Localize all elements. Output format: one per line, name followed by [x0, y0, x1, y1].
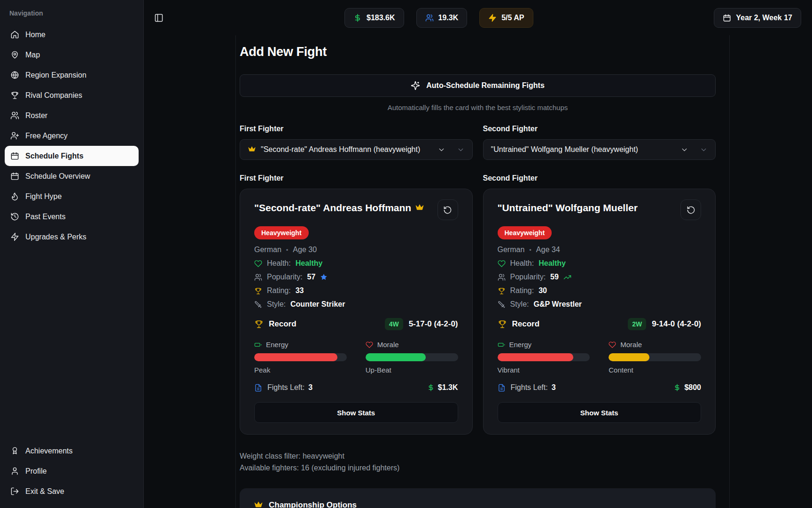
- sidebar-section-label: Navigation: [5, 9, 139, 17]
- championship-header: Championship Options: [254, 500, 702, 508]
- sparkles-icon: [411, 81, 420, 90]
- style-row: Style: G&P Wrestler: [498, 300, 702, 309]
- fighter-age: Age 30: [293, 246, 317, 254]
- battery-icon: [498, 341, 505, 349]
- money-value: $183.6K: [367, 14, 395, 22]
- health-label: Health:: [510, 259, 534, 268]
- content-scroll-area[interactable]: Add New Fight Auto-Schedule Remaining Fi…: [235, 35, 730, 508]
- win-streak-badge: 2W: [628, 318, 646, 330]
- sidebar-item-schedule-overview[interactable]: Schedule Overview: [5, 166, 139, 186]
- award-icon: [10, 446, 19, 455]
- action-points-pill[interactable]: 5/5 AP: [479, 8, 533, 28]
- chevron-down-icon: [700, 146, 708, 154]
- second-fighter-select[interactable]: "Untrained" Wolfgang Mueller (heavyweigh…: [483, 139, 716, 160]
- population-pill[interactable]: 19.3K: [416, 8, 468, 28]
- fighter-name-row: "Second-rate" Andreas Hoffmann: [254, 202, 424, 214]
- filter-info: Weight class filter: heavyweight Availab…: [240, 451, 716, 474]
- fighter-nationality: German: [254, 246, 281, 254]
- fights-left-row: Fights Left: 3 $800: [498, 383, 702, 392]
- sidebar-item-label: Profile: [25, 467, 47, 476]
- win-streak-badge: 4W: [385, 318, 403, 330]
- sidebar-item-region-expansion[interactable]: Region Expansion: [5, 65, 139, 85]
- sidebar-item-label: Roster: [25, 111, 47, 120]
- date-pill[interactable]: Year 2, Week 17: [714, 8, 801, 28]
- energy-state: Peak: [254, 366, 347, 374]
- show-stats-button[interactable]: Show Stats: [254, 402, 458, 423]
- auto-schedule-button[interactable]: Auto-Schedule Remaining Fights: [240, 74, 716, 97]
- reset-fighter-button[interactable]: [437, 199, 458, 220]
- rating-row: Rating: 30: [498, 286, 702, 295]
- health-value: Healthy: [539, 259, 566, 268]
- championship-title: Championship Options: [269, 500, 357, 508]
- record-value: 9-14-0 (4-2-0): [652, 319, 701, 329]
- sidebar-item-fight-hype[interactable]: Fight Hype: [5, 186, 139, 206]
- sidebar-item-label: Past Events: [25, 213, 65, 221]
- first-fighter-selector-label: First Fighter: [240, 125, 473, 133]
- popularity-value: 57: [307, 273, 316, 281]
- rating-row: Rating: 33: [254, 286, 458, 295]
- fighter-name: "Second-rate" Andreas Hoffmann: [254, 202, 411, 213]
- weight-class-filter-text: Weight class filter: heavyweight: [240, 451, 716, 462]
- sidebar-item-map[interactable]: Map: [5, 45, 139, 65]
- chevron-down-icon: [457, 146, 465, 154]
- sidebar-item-label: Home: [25, 31, 46, 39]
- condition-bars: Energy Vibrant Morale Content: [498, 341, 702, 374]
- fights-left-label: Fights Left:: [511, 383, 548, 392]
- record-value: 5-17-0 (4-2-0): [409, 319, 458, 329]
- health-row: Health: Healthy: [254, 259, 458, 268]
- weight-class-badge: Heavyweight: [498, 226, 552, 239]
- morale-state: Up-Beat: [366, 366, 458, 374]
- energy-state: Vibrant: [498, 366, 590, 374]
- morale-bar-col: Morale Up-Beat: [366, 341, 458, 374]
- user-plus-icon: [10, 131, 19, 140]
- money-pill[interactable]: $183.6K: [344, 8, 404, 28]
- auto-schedule-caption: Automatically fills the card with the be…: [240, 103, 716, 111]
- style-label: Style:: [267, 300, 286, 309]
- sidebar-item-rival-companies[interactable]: Rival Companies: [5, 85, 139, 105]
- fights-left-value: 3: [552, 383, 556, 392]
- sidebar-item-schedule-fights[interactable]: Schedule Fights: [5, 146, 139, 166]
- users-icon: [498, 273, 506, 281]
- trophy-icon: [254, 319, 264, 329]
- fighter-card-second: "Untrained" Wolfgang Mueller Heavyweight…: [483, 189, 716, 435]
- energy-bar-fill: [254, 353, 337, 361]
- energy-label: Energy: [266, 341, 289, 349]
- sidebar-item-upgrades-perks[interactable]: Upgrades & Perks: [5, 227, 139, 247]
- sidebar-item-achievements[interactable]: Achievements: [5, 441, 139, 461]
- show-stats-button[interactable]: Show Stats: [498, 402, 702, 423]
- championship-options-panel: Championship Options Championship Fight …: [240, 488, 716, 508]
- second-fighter-selector-label: Second Fighter: [483, 125, 716, 133]
- payout-value: $800: [684, 383, 701, 392]
- second-fighter-card-label: Second Fighter: [483, 174, 716, 183]
- sidebar-toggle-button[interactable]: [154, 13, 164, 23]
- sidebar-item-past-events[interactable]: Past Events: [5, 206, 139, 227]
- sidebar-item-label: Upgrades & Perks: [25, 233, 86, 241]
- dollar-icon: [427, 384, 435, 391]
- sidebar-item-label: Free Agency: [25, 132, 68, 140]
- first-fighter-select[interactable]: "Second-rate" Andreas Hoffmann (heavywei…: [240, 139, 473, 160]
- population-value: 19.3K: [438, 14, 459, 22]
- fighter-selectors-row: First Fighter "Second-rate" Andreas Hoff…: [240, 125, 716, 160]
- sidebar-item-label: Schedule Overview: [25, 172, 90, 181]
- fights-left-label: Fights Left:: [267, 383, 304, 392]
- sidebar-item-free-agency[interactable]: Free Agency: [5, 126, 139, 146]
- sidebar-item-exit-save[interactable]: Exit & Save: [5, 481, 139, 501]
- morale-bar-fill: [366, 353, 426, 361]
- first-fighter-select-value: "Second-rate" Andreas Hoffmann (heavywei…: [261, 145, 420, 154]
- user-icon: [10, 467, 19, 476]
- sidebar-item-roster[interactable]: Roster: [5, 105, 139, 126]
- file-text-icon: [498, 384, 506, 392]
- rotate-ccw-icon: [687, 206, 695, 214]
- file-text-icon: [254, 384, 262, 392]
- sidebar-item-profile[interactable]: Profile: [5, 461, 139, 481]
- popularity-label: Popularity:: [510, 273, 546, 281]
- calendar-icon: [10, 172, 19, 181]
- rating-value: 30: [539, 286, 547, 295]
- sidebar: Navigation Home Map Region Expansion Riv…: [0, 0, 144, 508]
- reset-fighter-button[interactable]: [680, 199, 701, 220]
- crown-icon: [254, 500, 263, 508]
- morale-label: Morale: [620, 341, 642, 349]
- users-icon: [10, 111, 19, 120]
- fighter-card-first: "Second-rate" Andreas Hoffmann Heavyweig…: [240, 189, 473, 435]
- sidebar-item-home[interactable]: Home: [5, 24, 139, 45]
